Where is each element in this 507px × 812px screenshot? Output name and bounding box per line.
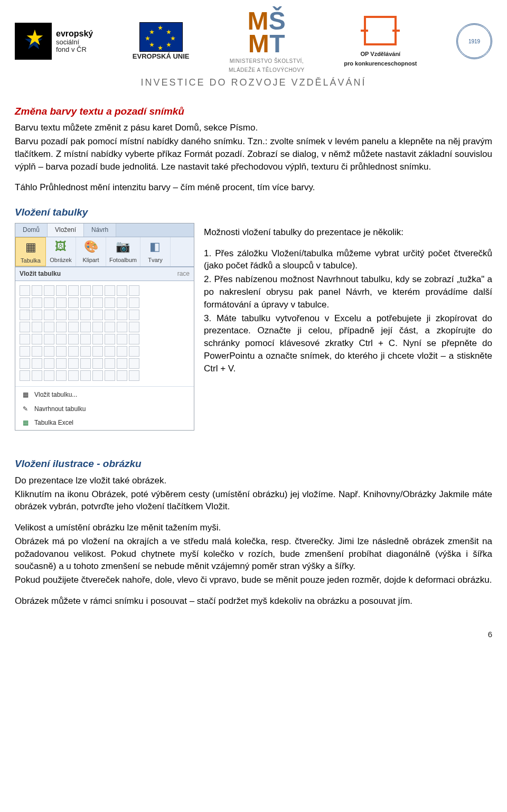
section2-title: Vložení tabulky (15, 206, 492, 220)
op-line1: OP Vzdělávání (361, 51, 401, 57)
logo-seal: 1919 (456, 23, 492, 59)
ppt-ribbon: ▦ Tabulka 🖼 Obrázek 🎨 Klipart 📷 Fotoalbu… (15, 237, 194, 267)
msmt-glyph-icon: MŠMT (247, 10, 286, 55)
eu-flag-icon: ★★ ★★ ★★ ★★ (139, 22, 183, 52)
ribbon-btn-picture-label: Obrázek (49, 256, 72, 264)
ppt-drop-label: Vložit tabulku race (15, 267, 194, 281)
ppt-tab-insert[interactable]: Vložení (48, 223, 84, 237)
msmt-line2: MLÁDEŽE A TĚLOVÝCHOVY (229, 67, 305, 73)
ppt-tab-design[interactable]: Návrh (84, 223, 116, 237)
menu-excel-table[interactable]: ▦ Tabulka Excel (15, 416, 194, 430)
ppt-drop-trail: race (177, 269, 190, 278)
photoalbum-icon: 📷 (111, 238, 135, 256)
ribbon-btn-clipart[interactable]: 🎨 Klipart (76, 237, 106, 266)
eu-label: EVROPSKÁ UNIE (133, 53, 190, 60)
msmt-line1: MINISTERSTVO ŠKOLSTVÍ, (230, 58, 304, 64)
section3-p3: Velikost a umístění obrázku lze měnit ta… (15, 521, 492, 534)
ppt-table-dropdown: Vložit tabulku race (15, 267, 194, 430)
ppt-drop-label-text: Vložit tabulku (20, 270, 61, 277)
section2-item3: 3. Máte tabulku vytvořenou v Excelu a po… (204, 312, 492, 375)
section1-p3: Táhlo Průhlednost mění intenzitu barvy –… (15, 181, 492, 194)
ribbon-btn-photoalbum[interactable]: 📷 Fotoalbum (106, 237, 140, 266)
section1-p2: Barvu pozadí pak pomocí místní nabídky d… (15, 135, 492, 173)
header-logos: evropský sociální fond v ČR ★★ ★★ ★★ ★★ … (15, 10, 492, 73)
section2-intro: Možnosti vložení tabulky do prezentace j… (204, 226, 492, 239)
ribbon-btn-picture[interactable]: 🖼 Obrázek (46, 237, 76, 266)
ribbon-btn-shapes[interactable]: ◧ Tvary (140, 237, 171, 266)
picture-icon: 🖼 (49, 238, 72, 256)
logo-esf: evropský sociální fond v ČR (15, 23, 93, 60)
excel-icon: ▦ (21, 418, 30, 427)
ribbon-btn-table[interactable]: ▦ Tabulka (15, 237, 46, 266)
ppt-insert-table-screenshot: Domů Vložení Návrh ▦ Tabulka 🖼 Obrázek 🎨 (15, 223, 194, 431)
table-icon: ▦ (19, 239, 42, 257)
ribbon-btn-clipart-label: Klipart (79, 256, 102, 264)
menu-excel-table-label: Tabulka Excel (34, 418, 73, 427)
op-square-icon (364, 16, 397, 45)
section3-p2: Kliknutím na ikonu Obrázek, poté výběrem… (15, 488, 492, 514)
esf-bold: evropský (56, 29, 93, 39)
logo-msmt: MŠMT MINISTERSTVO ŠKOLSTVÍ, MLÁDEŽE A TĚ… (229, 10, 305, 73)
section2-item1: 1. Přes záložku Vložení/tabulka můžeme v… (204, 247, 492, 273)
esf-sub1: sociální (56, 39, 93, 46)
ribbon-btn-table-label: Tabulka (19, 257, 42, 265)
section2-item2: 2. Přes nabízenou možnost Navrhnout tabu… (204, 273, 492, 311)
page-number: 6 (15, 629, 492, 640)
seal-text: 1919 (468, 39, 480, 44)
ppt-tabs: Domů Vložení Návrh (15, 223, 194, 237)
menu-draw-table[interactable]: ✎ Navrhnout tabulku (15, 402, 194, 416)
ribbon-btn-shapes-label: Tvary (144, 256, 167, 264)
section3-p6: Obrázek můžete v rámci snímku i posouvat… (15, 595, 492, 608)
esf-sub2: fond v ČR (56, 46, 93, 53)
shapes-icon: ◧ (144, 238, 167, 256)
logo-op: OP Vzdělávání pro konkurenceschopnost (344, 16, 417, 67)
invest-line: INVESTICE DO ROZVOJE VZDĚLÁVÁNÍ (15, 76, 492, 89)
esf-star-icon (15, 23, 52, 60)
section3-p5: Pokud použijete čtvereček nahoře, dole, … (15, 574, 492, 586)
section3-p1: Do prezentace lze vložit také obrázek. (15, 474, 492, 487)
section3-title: Vložení ilustrace - obrázku (15, 457, 492, 471)
menu-draw-table-label: Navrhnout tabulku (34, 405, 86, 414)
section3-p4: Obrázek má po vložení na okrajích a ve s… (15, 535, 492, 573)
insert-table-icon: ▦ (21, 390, 30, 399)
op-line2: pro konkurenceschopnost (344, 60, 417, 67)
ppt-tab-home[interactable]: Domů (15, 223, 48, 237)
menu-insert-table[interactable]: ▦ Vložit tabulku... (15, 388, 194, 402)
ribbon-btn-photoalbum-label: Fotoalbum (109, 256, 137, 264)
section1-p1: Barvu textu můžete změnit z pásu karet D… (15, 122, 492, 134)
menu-insert-table-label: Vložit tabulku... (34, 390, 77, 399)
table-grid-picker[interactable] (15, 281, 194, 385)
section1-title: Změna barvy textu a pozadí snímků (15, 105, 492, 119)
logo-eu: ★★ ★★ ★★ ★★ EVROPSKÁ UNIE (133, 22, 190, 60)
clipart-icon: 🎨 (79, 238, 102, 256)
pencil-icon: ✎ (21, 405, 30, 414)
